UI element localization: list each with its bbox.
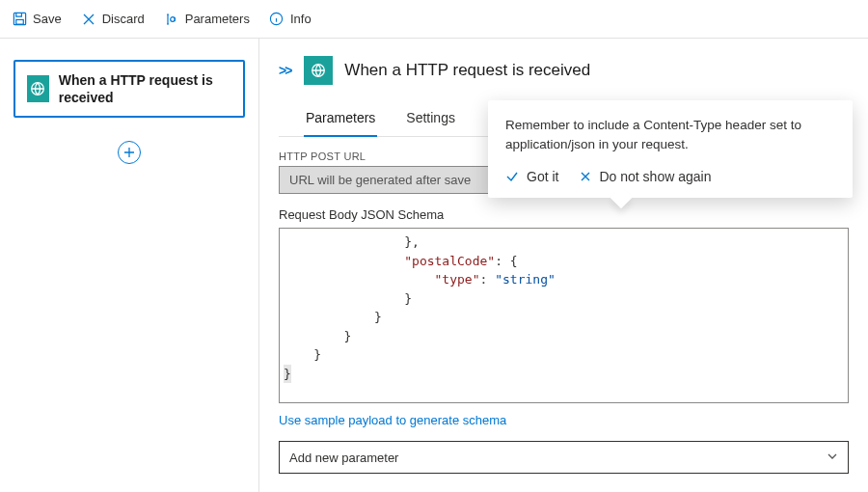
save-icon [12, 12, 27, 27]
details-title: When a HTTP request is received [344, 61, 590, 80]
svg-rect-1 [15, 19, 23, 24]
save-label: Save [33, 12, 62, 26]
parameters-icon [164, 12, 179, 27]
got-it-label: Got it [527, 169, 558, 184]
info-label: Info [290, 12, 312, 26]
add-parameter-label: Add new parameter [289, 451, 398, 465]
add-parameter-dropdown[interactable]: Add new parameter [279, 441, 849, 474]
details-pane: >> When a HTTP request is received Param… [259, 39, 868, 492]
parameters-button[interactable]: Parameters [164, 12, 250, 27]
callout-got-it-button[interactable]: Got it [505, 169, 558, 184]
info-callout: Remember to include a Content-Type heade… [488, 100, 853, 198]
info-button[interactable]: Info [269, 12, 312, 27]
schema-label: Request Body JSON Schema [279, 207, 849, 222]
callout-message: Remember to include a Content-Type heade… [505, 116, 835, 153]
callout-dont-show-button[interactable]: Do not show again [580, 169, 711, 184]
trigger-card[interactable]: When a HTTP request is received [14, 60, 245, 118]
add-step-button[interactable] [118, 141, 141, 164]
info-icon [269, 12, 285, 27]
discard-button[interactable]: Discard [81, 12, 145, 27]
trigger-card-title: When a HTTP request is received [59, 71, 231, 106]
callout-beak [610, 187, 633, 209]
chevron-down-icon [827, 451, 838, 465]
tab-settings[interactable]: Settings [404, 102, 457, 136]
http-trigger-icon [27, 75, 49, 102]
discard-label: Discard [102, 12, 145, 26]
http-trigger-icon [304, 56, 333, 85]
dont-show-label: Do not show again [599, 169, 711, 184]
details-header: >> When a HTTP request is received [279, 56, 849, 85]
save-button[interactable]: Save [12, 12, 62, 27]
schema-editor[interactable]: }, "postalCode": { "type": "string" } } … [279, 228, 849, 403]
command-bar: Save Discard Parameters Info [0, 0, 868, 39]
parameters-label: Parameters [185, 12, 250, 26]
use-sample-payload-link[interactable]: Use sample payload to generate schema [279, 413, 506, 427]
close-icon [81, 12, 96, 27]
designer-outline-pane: When a HTTP request is received [0, 39, 259, 492]
tab-parameters[interactable]: Parameters [304, 102, 377, 137]
collapse-button[interactable]: >> [279, 63, 290, 78]
